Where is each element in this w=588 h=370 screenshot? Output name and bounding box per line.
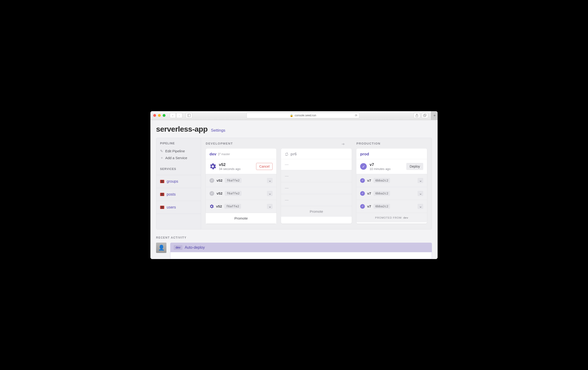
commit-hash[interactable]: f6affe2 xyxy=(225,178,242,183)
forward-button[interactable]: › xyxy=(176,113,182,118)
empty-placeholder: — xyxy=(285,186,289,190)
arrow-right-icon: ➔ xyxy=(342,142,345,146)
chevron-down-icon[interactable]: ⌄ xyxy=(418,204,423,209)
chevron-down-icon[interactable]: ⌄ xyxy=(267,191,273,196)
url-text: console.seed.run xyxy=(295,114,316,117)
service-version: v7 xyxy=(367,191,371,195)
pipeline-panel: PIPELINE ✎ Edit Pipeline ＋ Add a Service… xyxy=(156,138,432,230)
stage-card-pr6: pr6 — — — — Promote xyxy=(281,149,352,224)
close-window-icon[interactable] xyxy=(153,114,156,117)
commit-hash[interactable]: 6bba2c2 xyxy=(374,178,390,183)
recent-activity: RECENT ACTIVITY 👤 dev Auto-deploy xyxy=(156,236,432,259)
branch-label: master xyxy=(218,152,230,156)
check-icon: ✓ xyxy=(360,178,365,183)
page-header: serverless-app Settings xyxy=(156,125,432,133)
reload-icon[interactable]: ⟳ xyxy=(355,114,357,117)
check-icon: ✓ xyxy=(360,163,367,170)
commit-hash[interactable]: f6affe2 xyxy=(225,191,242,196)
service-build-row: — xyxy=(281,182,352,194)
chevron-down-icon[interactable]: ⌄ xyxy=(418,178,423,183)
sidebar-toggle-button[interactable] xyxy=(186,113,192,118)
commit-hash[interactable]: 6bba2c2 xyxy=(374,204,390,209)
svg-point-7 xyxy=(219,155,219,155)
stage-name[interactable]: dev xyxy=(210,152,216,157)
service-build-row: ✓ v7 6bba2c2 ⌄ xyxy=(356,174,427,187)
service-build-row: — xyxy=(281,194,352,206)
build-version[interactable]: v7 xyxy=(369,162,403,167)
services-heading: SERVICES xyxy=(160,167,197,171)
titlebar: ‹ › 🔒 console.seed.run ⟳ ＋ xyxy=(150,111,438,120)
commit-hash[interactable]: 6bba2c2 xyxy=(374,191,390,196)
sync-icon xyxy=(285,152,289,156)
share-button[interactable] xyxy=(414,113,420,118)
stage-name[interactable]: prod xyxy=(360,152,369,157)
service-version: v52 xyxy=(217,191,222,195)
service-label: groups xyxy=(167,179,178,184)
service-build-row: ✓ v7 6bba2c2 ⌄ xyxy=(356,200,427,213)
commit-hash[interactable]: f6affe2 xyxy=(224,204,241,209)
pipeline-heading: PIPELINE xyxy=(160,142,197,145)
chevron-down-icon[interactable]: ⌄ xyxy=(418,191,423,196)
promote-button[interactable]: Promote xyxy=(206,213,276,224)
check-icon: ✓ xyxy=(210,178,214,183)
svg-rect-3 xyxy=(423,115,426,117)
url-bar[interactable]: 🔒 console.seed.run ⟳ xyxy=(246,113,359,118)
lock-icon: 🔒 xyxy=(290,114,293,117)
stages-area: DEVELOPMENT ➔ PRODUCTION dev master xyxy=(201,138,432,229)
service-icon xyxy=(160,193,164,196)
service-build-row: ✓ v52 f6affe2 ⌄ xyxy=(206,187,276,200)
chevron-down-icon[interactable]: ⌄ xyxy=(267,204,273,209)
build-time: 34 seconds ago xyxy=(219,167,253,171)
svg-point-5 xyxy=(219,153,219,153)
service-build-row: v52 f6affe2 ⌄ xyxy=(206,200,276,213)
add-service-link[interactable]: ＋ Add a Service xyxy=(160,154,197,161)
browser-window: ‹ › 🔒 console.seed.run ⟳ ＋ serverless-ap… xyxy=(150,111,438,259)
service-icon xyxy=(160,206,164,209)
build-time: 10 minutes ago xyxy=(369,167,403,171)
service-version: v52 xyxy=(216,204,222,208)
edit-pipeline-label: Edit Pipeline xyxy=(165,149,185,153)
settings-link[interactable]: Settings xyxy=(211,128,225,133)
svg-rect-4 xyxy=(424,114,426,116)
edit-pipeline-link[interactable]: ✎ Edit Pipeline xyxy=(160,148,197,154)
back-button[interactable]: ‹ xyxy=(170,113,176,118)
stage-name[interactable]: pr6 xyxy=(291,152,297,157)
service-version: v52 xyxy=(217,179,222,182)
check-icon: ✓ xyxy=(360,204,365,209)
plus-icon: ＋ xyxy=(160,156,163,160)
service-build-row: — xyxy=(281,170,352,182)
svg-rect-0 xyxy=(188,114,191,117)
activity-title: Auto-deploy xyxy=(185,245,205,250)
stage-badge: dev xyxy=(174,245,182,250)
tabs-button[interactable] xyxy=(421,113,428,118)
empty-placeholder: — xyxy=(285,198,289,202)
empty-placeholder: — xyxy=(285,174,289,178)
service-version: v7 xyxy=(367,179,371,182)
activity-card[interactable]: dev Auto-deploy xyxy=(170,243,432,259)
promote-button[interactable]: Promote xyxy=(281,206,352,217)
svg-point-6 xyxy=(220,153,220,153)
gear-icon xyxy=(210,163,216,170)
development-heading: DEVELOPMENT xyxy=(206,142,337,146)
chevron-down-icon[interactable]: ⌄ xyxy=(267,178,273,183)
build-version[interactable]: v52 xyxy=(219,162,253,167)
deploy-button[interactable]: Deploy xyxy=(406,163,423,170)
app-title: serverless-app xyxy=(156,125,208,133)
sidebar-item-groups[interactable]: groups xyxy=(156,175,201,188)
activity-heading: RECENT ACTIVITY xyxy=(156,236,432,239)
stage-card-prod: prod ✓ v7 10 minutes ago Deploy xyxy=(356,149,427,224)
maximize-window-icon[interactable] xyxy=(163,114,166,117)
service-label: users xyxy=(167,205,176,210)
new-tab-button[interactable]: ＋ xyxy=(431,111,438,120)
minimize-window-icon[interactable] xyxy=(158,114,161,117)
cancel-button[interactable]: Cancel xyxy=(256,163,273,170)
add-service-label: Add a Service xyxy=(165,156,187,160)
service-build-row: ✓ v52 f6affe2 ⌄ xyxy=(206,174,276,187)
check-icon: ✓ xyxy=(360,191,365,196)
production-heading: PRODUCTION xyxy=(356,142,427,146)
pencil-icon: ✎ xyxy=(160,149,163,153)
sidebar-item-users[interactable]: users xyxy=(156,201,201,214)
branch-icon xyxy=(218,153,220,156)
promoted-from-label: PROMOTED FROM: dev xyxy=(356,213,427,222)
sidebar-item-posts[interactable]: posts xyxy=(156,188,201,201)
